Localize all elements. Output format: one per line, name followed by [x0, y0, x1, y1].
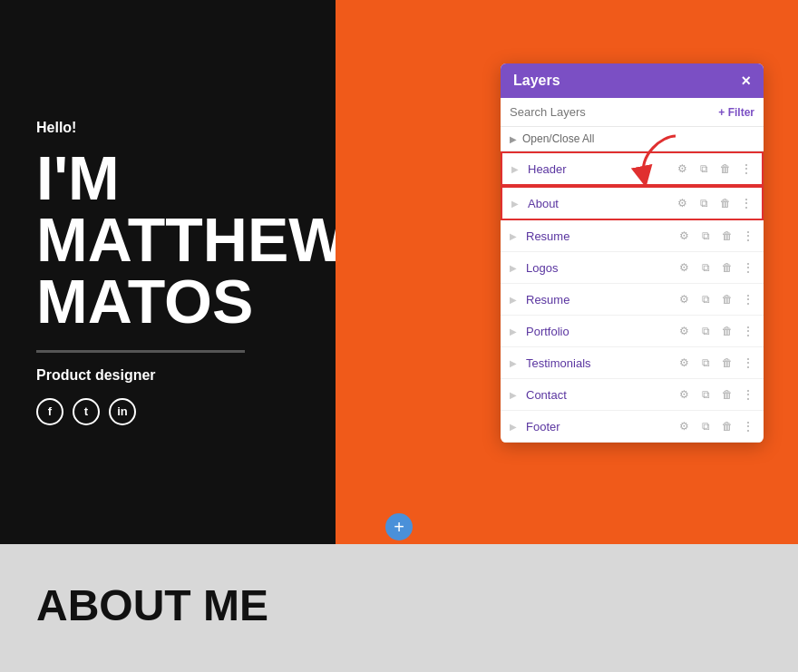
layer-more-icon[interactable]: ⋮ — [742, 260, 754, 275]
layer-actions: ⚙ ⧉ 🗑 ⋮ — [675, 354, 754, 372]
open-close-arrow-icon: ▶ — [510, 134, 517, 144]
hello-text: Hello! — [36, 120, 299, 136]
layer-settings-icon[interactable]: ⚙ — [675, 417, 693, 435]
layer-settings-icon[interactable]: ⚙ — [673, 194, 691, 212]
layer-actions: ⚙ ⧉ 🗑 ⋮ — [675, 227, 754, 245]
layers-search-input[interactable] — [510, 105, 713, 119]
layer-actions: ⚙ ⧉ 🗑 ⋮ — [675, 417, 754, 435]
layer-settings-icon[interactable]: ⚙ — [675, 354, 693, 372]
layer-actions: ⚙ ⧉ 🗑 ⋮ — [673, 194, 753, 212]
layer-actions: ⚙ ⧉ 🗑 ⋮ — [675, 385, 754, 404]
layer-actions: ⚙ ⧉ 🗑 ⋮ — [675, 258, 754, 277]
layer-toggle-icon: ▶ — [511, 199, 521, 209]
layer-delete-icon[interactable]: 🗑 — [716, 194, 735, 212]
layer-row[interactable]: ▶ Footer ⚙ ⧉ 🗑 ⋮ — [501, 411, 764, 443]
layer-more-icon[interactable]: ⋮ — [742, 292, 754, 307]
open-close-all-label: Open/Close All — [522, 132, 594, 145]
layer-name: Contact — [526, 388, 675, 402]
open-close-all-row[interactable]: ▶ Open/Close All — [501, 127, 764, 151]
add-section-button[interactable]: + — [385, 513, 413, 541]
hero-left-panel: Hello! I'M MATTHEW MATOS Product designe… — [0, 0, 336, 544]
layer-delete-icon[interactable]: 🗑 — [718, 290, 736, 308]
layer-duplicate-icon[interactable]: ⧉ — [696, 417, 715, 435]
layers-header: Layers × — [501, 63, 764, 98]
layer-toggle-icon: ▶ — [510, 390, 519, 400]
layer-settings-icon[interactable]: ⚙ — [673, 160, 691, 178]
layer-toggle-icon: ▶ — [510, 422, 519, 432]
layer-delete-icon[interactable]: 🗑 — [718, 227, 736, 245]
layer-duplicate-icon[interactable]: ⧉ — [696, 227, 715, 245]
layer-duplicate-icon[interactable]: ⧉ — [695, 194, 713, 212]
layer-row[interactable]: ▶ Resume ⚙ ⧉ 🗑 ⋮ — [501, 284, 764, 316]
layer-duplicate-icon[interactable]: ⧉ — [696, 322, 715, 340]
layer-delete-icon[interactable]: 🗑 — [718, 354, 736, 372]
plus-icon: + — [394, 517, 404, 538]
name-line1: I'M MATTHEW — [36, 147, 299, 270]
layer-toggle-icon: ▶ — [510, 295, 519, 305]
layer-row[interactable]: ▶ Logos ⚙ ⧉ 🗑 ⋮ — [501, 252, 764, 284]
layer-toggle-icon: ▶ — [510, 326, 519, 336]
layer-name: About — [528, 197, 673, 210]
layer-name: Portfolio — [526, 325, 675, 338]
layer-toggle-icon: ▶ — [510, 263, 519, 273]
name-line2: MATOS — [36, 270, 299, 332]
layer-duplicate-icon[interactable]: ⧉ — [696, 354, 715, 372]
layer-delete-icon[interactable]: 🗑 — [718, 322, 736, 340]
layer-name: Logos — [526, 261, 675, 275]
layer-name: Testimonials — [526, 356, 675, 370]
layer-name: Resume — [526, 229, 675, 243]
layer-settings-icon[interactable]: ⚙ — [675, 227, 693, 245]
layer-toggle-icon: ▶ — [510, 231, 519, 241]
layer-more-icon[interactable]: ⋮ — [740, 161, 753, 176]
linkedin-icon[interactable]: in — [109, 398, 136, 425]
layers-search-row: + Filter — [501, 98, 764, 127]
layer-delete-icon[interactable]: 🗑 — [716, 160, 735, 178]
layer-actions: ⚙ ⧉ 🗑 ⋮ — [675, 290, 754, 308]
about-section: ABOUT ME — [0, 544, 798, 672]
filter-button[interactable]: + Filter — [718, 106, 754, 119]
hero-divider — [36, 350, 245, 353]
layer-more-icon[interactable]: ⋮ — [742, 387, 754, 402]
layer-row[interactable]: ▶ Contact ⚙ ⧉ 🗑 ⋮ — [501, 379, 764, 411]
layer-settings-icon[interactable]: ⚙ — [675, 258, 693, 277]
layer-duplicate-icon[interactable]: ⧉ — [696, 385, 715, 404]
layer-toggle-icon: ▶ — [511, 164, 521, 174]
layer-delete-icon[interactable]: 🗑 — [718, 385, 736, 404]
layer-more-icon[interactable]: ⋮ — [742, 324, 754, 338]
layer-duplicate-icon[interactable]: ⧉ — [696, 290, 715, 308]
layer-row[interactable]: ▶ Portfolio ⚙ ⧉ 🗑 ⋮ — [501, 316, 764, 347]
layer-row[interactable]: ▶ Testimonials ⚙ ⧉ 🗑 ⋮ — [501, 347, 764, 379]
layer-settings-icon[interactable]: ⚙ — [675, 290, 693, 308]
layer-duplicate-icon[interactable]: ⧉ — [695, 160, 713, 178]
layer-more-icon[interactable]: ⋮ — [742, 355, 754, 370]
layer-settings-icon[interactable]: ⚙ — [675, 322, 693, 340]
layer-actions: ⚙ ⧉ 🗑 ⋮ — [673, 160, 753, 178]
layer-delete-icon[interactable]: 🗑 — [718, 417, 736, 435]
layer-more-icon[interactable]: ⋮ — [742, 229, 754, 243]
layer-delete-icon[interactable]: 🗑 — [718, 258, 736, 277]
layers-title: Layers — [513, 73, 560, 89]
layer-row[interactable]: ▶ About ⚙ ⧉ 🗑 ⋮ — [501, 186, 764, 220]
layer-row[interactable]: ▶ Header ⚙ ⧉ 🗑 ⋮ — [501, 151, 764, 186]
layer-more-icon[interactable]: ⋮ — [740, 196, 753, 210]
layer-settings-icon[interactable]: ⚙ — [675, 385, 693, 404]
layer-toggle-icon: ▶ — [510, 358, 519, 368]
layer-more-icon[interactable]: ⋮ — [742, 419, 754, 433]
layer-row[interactable]: ▶ Resume ⚙ ⧉ 🗑 ⋮ — [501, 220, 764, 252]
layer-actions: ⚙ ⧉ 🗑 ⋮ — [675, 322, 754, 340]
hero-name: I'M MATTHEW MATOS — [36, 147, 299, 332]
twitter-icon[interactable]: t — [73, 398, 100, 425]
social-icons-row: f t in — [36, 398, 299, 425]
layer-name: Header — [528, 162, 673, 176]
hero-role: Product designer — [36, 367, 299, 384]
layer-duplicate-icon[interactable]: ⧉ — [696, 258, 715, 277]
facebook-icon[interactable]: f — [36, 398, 63, 425]
about-title: ABOUT ME — [36, 580, 268, 630]
layer-rows-container: ▶ Header ⚙ ⧉ 🗑 ⋮ ▶ About ⚙ ⧉ 🗑 ⋮ ▶ Resum… — [501, 151, 764, 443]
layer-name: Resume — [526, 293, 675, 307]
layer-name: Footer — [526, 420, 675, 433]
layers-close-button[interactable]: × — [741, 73, 751, 89]
layers-panel: Layers × + Filter ▶ Open/Close All ▶ Hea… — [501, 63, 764, 443]
